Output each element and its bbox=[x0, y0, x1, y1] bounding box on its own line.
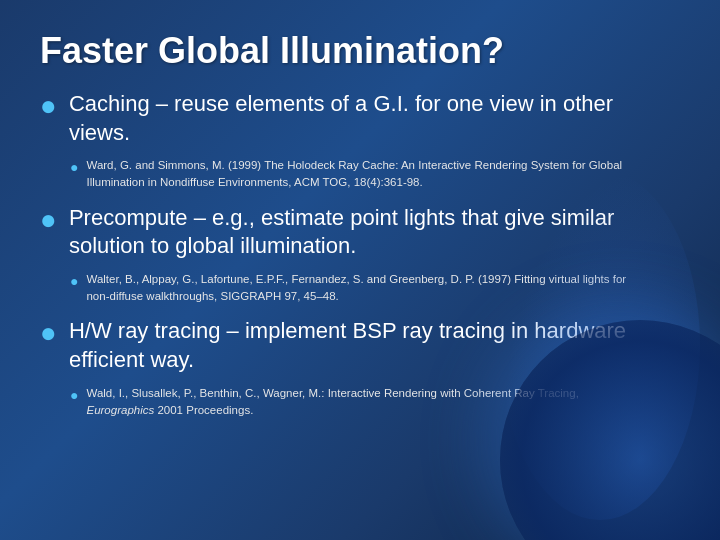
ref-hw-raytracing-text: Wald, I., Slusallek, P., Benthin, C., Wa… bbox=[86, 385, 646, 420]
ref-hw-part2: 2001 Proceedings. bbox=[154, 404, 253, 416]
bullet-dot-2: ● bbox=[40, 202, 57, 238]
sub-dot-3: ● bbox=[70, 388, 78, 404]
bullet-caching-text: Caching – reuse elements of a G.I. for o… bbox=[69, 90, 680, 147]
sub-dot-1: ● bbox=[70, 160, 78, 176]
reference-hw-raytracing: ● Wald, I., Slusallek, P., Benthin, C., … bbox=[70, 385, 680, 420]
bullet-hw-raytracing-text: H/W ray tracing – implement BSP ray trac… bbox=[69, 317, 680, 374]
slide-title: Faster Global Illumination? bbox=[40, 30, 680, 72]
slide: Faster Global Illumination? ● Caching – … bbox=[0, 0, 720, 540]
bullet-caching: ● Caching – reuse elements of a G.I. for… bbox=[40, 90, 680, 147]
bullet-dot-1: ● bbox=[40, 88, 57, 124]
ref-hw-part1: Wald, I., Slusallek, P., Benthin, C., Wa… bbox=[86, 387, 578, 399]
section-hw-raytracing: ● H/W ray tracing – implement BSP ray tr… bbox=[40, 317, 680, 419]
ref-caching-text: Ward, G. and Simmons, M. (1999) The Holo… bbox=[86, 157, 646, 192]
bullet-hw-raytracing: ● H/W ray tracing – implement BSP ray tr… bbox=[40, 317, 680, 374]
bullet-precompute-text: Precompute – e.g., estimate point lights… bbox=[69, 204, 680, 261]
reference-caching: ● Ward, G. and Simmons, M. (1999) The Ho… bbox=[70, 157, 680, 192]
bullet-precompute: ● Precompute – e.g., estimate point ligh… bbox=[40, 204, 680, 261]
section-precompute: ● Precompute – e.g., estimate point ligh… bbox=[40, 204, 680, 306]
ref-precompute-text: Walter, B., Alppay, G., Lafortune, E.P.F… bbox=[86, 271, 646, 306]
section-caching: ● Caching – reuse elements of a G.I. for… bbox=[40, 90, 680, 192]
ref-hw-italic: Eurographics bbox=[86, 404, 154, 416]
sub-dot-2: ● bbox=[70, 274, 78, 290]
reference-precompute: ● Walter, B., Alppay, G., Lafortune, E.P… bbox=[70, 271, 680, 306]
bullet-dot-3: ● bbox=[40, 315, 57, 351]
